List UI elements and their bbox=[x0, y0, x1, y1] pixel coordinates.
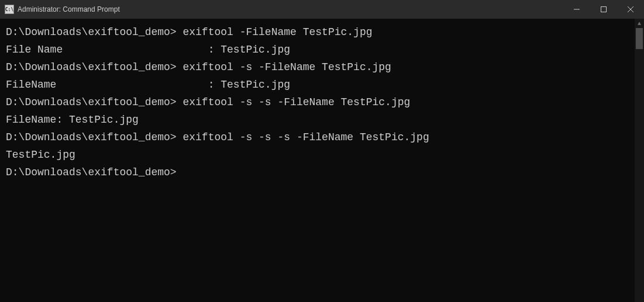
minimize-icon bbox=[574, 6, 580, 12]
window-titlebar: C:\ Administrator: Command Prompt bbox=[0, 0, 644, 19]
terminal-line: D:\Downloads\exiftool_demo> exiftool -s … bbox=[6, 58, 629, 76]
maximize-icon bbox=[601, 6, 607, 12]
scroll-thumb[interactable] bbox=[636, 28, 643, 49]
close-button[interactable] bbox=[617, 0, 644, 19]
vertical-scrollbar[interactable]: ▲ bbox=[635, 19, 644, 302]
minimize-button[interactable] bbox=[563, 0, 590, 19]
scroll-up-arrow-icon[interactable]: ▲ bbox=[635, 19, 644, 28]
close-icon bbox=[628, 6, 633, 12]
terminal-output[interactable]: D:\Downloads\exiftool_demo> exiftool -Fi… bbox=[0, 19, 635, 302]
maximize-button[interactable] bbox=[590, 0, 617, 19]
terminal-line: D:\Downloads\exiftool_demo> exiftool -s … bbox=[6, 93, 629, 111]
window-title: Administrator: Command Prompt bbox=[18, 5, 120, 13]
terminal-line: D:\Downloads\exiftool_demo> exiftool -s … bbox=[6, 129, 629, 146]
terminal-line: TestPic.jpg bbox=[6, 146, 629, 164]
terminal-line: FileName: TestPic.jpg bbox=[6, 111, 629, 129]
terminal-line: D:\Downloads\exiftool_demo> exiftool -Fi… bbox=[6, 23, 629, 41]
terminal-line: FileName : TestPic.jpg bbox=[6, 76, 629, 93]
terminal-line: D:\Downloads\exiftool_demo> bbox=[6, 164, 629, 181]
cmd-icon: C:\ bbox=[5, 5, 14, 14]
terminal-line: File Name : TestPic.jpg bbox=[6, 41, 629, 58]
svg-rect-1 bbox=[601, 7, 607, 12]
